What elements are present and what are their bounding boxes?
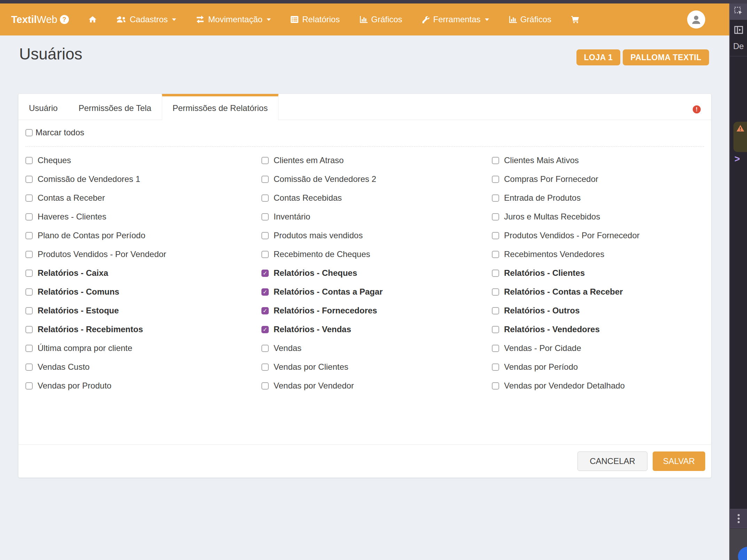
permission-checkbox[interactable] — [261, 213, 269, 221]
nav-graficos-2[interactable]: Gráficos — [508, 15, 551, 24]
permission-item[interactable]: Relatórios - Caixa — [25, 268, 261, 278]
permission-checkbox[interactable] — [492, 194, 499, 202]
permission-checkbox[interactable] — [25, 382, 33, 390]
more-options-button[interactable] — [730, 509, 747, 528]
permission-checkbox[interactable] — [492, 326, 499, 333]
permission-item[interactable]: Clientes Mais Ativos — [492, 155, 704, 165]
expand-chevron[interactable]: > — [734, 154, 740, 165]
permission-item[interactable]: Vendas por Produto — [25, 381, 261, 391]
permission-checkbox[interactable] — [492, 345, 499, 352]
permission-item[interactable]: ✓Relatórios - Contas a Pagar — [261, 287, 492, 297]
permission-item[interactable]: Comissão de Vendedores 1 — [25, 174, 261, 184]
permission-item[interactable]: ✓Relatórios - Cheques — [261, 268, 492, 278]
permission-item[interactable]: Produtos Vendidos - Por Fornecedor — [492, 231, 704, 240]
permission-item[interactable]: Haveres - Clientes — [25, 212, 261, 222]
permission-checkbox[interactable] — [492, 213, 499, 221]
permission-item[interactable]: Plano de Contas por Período — [25, 231, 261, 240]
permission-checkbox[interactable] — [261, 176, 269, 183]
permission-item[interactable]: Vendas por Período — [492, 362, 704, 372]
nav-home[interactable] — [88, 15, 97, 24]
permission-item[interactable]: Produtos mais vendidos — [261, 231, 492, 240]
permission-item[interactable]: Relatórios - Clientes — [492, 268, 704, 278]
permission-item[interactable]: Recebimento de Cheques — [261, 249, 492, 259]
nav-relatorios[interactable]: Relatórios — [290, 15, 340, 24]
permission-item[interactable]: Juros e Multas Recebidos — [492, 212, 704, 222]
permission-checkbox[interactable] — [492, 288, 499, 296]
permission-checkbox[interactable] — [261, 251, 269, 258]
permission-item[interactable]: Clientes em Atraso — [261, 155, 492, 165]
permission-checkbox[interactable] — [492, 307, 499, 314]
permission-item[interactable]: Vendas - Por Cidade — [492, 343, 704, 353]
permission-item[interactable]: Relatórios - Contas a Receber — [492, 287, 704, 297]
user-avatar-icon[interactable] — [687, 10, 705, 29]
permission-checkbox[interactable] — [492, 270, 499, 277]
permission-item[interactable]: Relatórios - Comuns — [25, 287, 261, 297]
permission-checkbox[interactable] — [492, 232, 499, 239]
permission-checkbox[interactable] — [25, 345, 33, 352]
permission-item[interactable]: ✓Relatórios - Fornecedores — [261, 306, 492, 315]
inspect-element-button[interactable] — [730, 3, 747, 20]
permission-item[interactable]: Vendas por Vendedor Detalhado — [492, 381, 704, 391]
permission-checkbox[interactable] — [25, 288, 33, 296]
tab-usuario[interactable]: Usuário — [18, 94, 68, 120]
permission-item[interactable]: Compras Por Fornecedor — [492, 174, 704, 184]
permission-checkbox[interactable] — [25, 307, 33, 314]
permission-item[interactable]: Cheques — [25, 155, 261, 165]
permission-item[interactable]: Recebimentos Vendedores — [492, 249, 704, 259]
permission-item[interactable]: Relatórios - Recebimentos — [25, 325, 261, 334]
permission-checkbox[interactable]: ✓ — [261, 288, 269, 296]
permission-checkbox[interactable] — [25, 232, 33, 239]
permission-item[interactable]: Vendas por Clientes — [261, 362, 492, 372]
permission-checkbox[interactable] — [25, 270, 33, 277]
permission-item[interactable]: Produtos Vendidos - Por Vendedor — [25, 249, 261, 259]
permission-checkbox[interactable] — [25, 213, 33, 221]
permission-item[interactable]: Relatórios - Vendedores — [492, 325, 704, 334]
cancel-button[interactable]: CANCELAR — [577, 451, 647, 471]
select-all-checkbox[interactable] — [25, 129, 33, 136]
permission-checkbox[interactable] — [492, 382, 499, 390]
tab-permissoes-relatorios[interactable]: Permissões de Relatórios — [162, 94, 278, 120]
toggle-panel-button[interactable] — [730, 23, 747, 39]
permission-checkbox[interactable] — [261, 157, 269, 164]
permission-item[interactable]: Vendas por Vendedor — [261, 381, 492, 391]
issues-panel-tab[interactable] — [733, 122, 747, 152]
nav-graficos-1[interactable]: Gráficos — [359, 15, 402, 24]
permission-checkbox[interactable] — [25, 176, 33, 183]
permission-checkbox[interactable] — [25, 157, 33, 164]
permission-checkbox[interactable]: ✓ — [261, 270, 269, 277]
permission-item[interactable]: Relatórios - Outros — [492, 306, 704, 315]
nav-movimentacao[interactable]: Movimentação — [195, 15, 271, 24]
permission-checkbox[interactable] — [25, 194, 33, 202]
permission-checkbox[interactable] — [261, 232, 269, 239]
nav-cadastros[interactable]: Cadastros — [116, 15, 176, 24]
permission-item[interactable]: Contas a Receber — [25, 193, 261, 203]
permission-checkbox[interactable] — [25, 363, 33, 371]
permission-item[interactable]: Relatórios - Estoque — [25, 306, 261, 315]
permission-checkbox[interactable]: ✓ — [261, 307, 269, 314]
store-button-company[interactable]: PALLOMA TEXTIL — [623, 49, 709, 65]
brand-logo[interactable]: Textil Web ? — [11, 14, 69, 25]
permission-checkbox[interactable] — [261, 194, 269, 202]
tab-permissoes-tela[interactable]: Permissões de Tela — [68, 94, 162, 120]
nav-cart[interactable] — [571, 15, 580, 24]
permission-checkbox[interactable] — [25, 326, 33, 333]
permission-checkbox[interactable] — [492, 176, 499, 183]
permission-item[interactable]: Entrada de Produtos — [492, 193, 704, 203]
permission-checkbox[interactable] — [492, 363, 499, 371]
help-question-icon[interactable]: ? — [60, 15, 69, 24]
permission-checkbox[interactable] — [492, 251, 499, 258]
permission-item[interactable]: Inventário — [261, 212, 492, 222]
permission-checkbox[interactable]: ✓ — [261, 326, 269, 333]
permission-checkbox[interactable] — [261, 345, 269, 352]
permission-item[interactable]: Comissão de Vendedores 2 — [261, 174, 492, 184]
permission-checkbox[interactable] — [261, 382, 269, 390]
permission-item[interactable]: Vendas Custo — [25, 362, 261, 372]
save-button[interactable]: SALVAR — [653, 451, 705, 471]
permission-item[interactable]: Contas Recebidas — [261, 193, 492, 203]
permission-item[interactable]: Última compra por cliente — [25, 343, 261, 353]
select-all-row[interactable]: Marcar todos — [25, 120, 704, 147]
permission-item[interactable]: Vendas — [261, 343, 492, 353]
user-menu[interactable] — [687, 10, 705, 29]
store-button-loja1[interactable]: LOJA 1 — [576, 49, 621, 65]
permission-checkbox[interactable] — [25, 251, 33, 258]
